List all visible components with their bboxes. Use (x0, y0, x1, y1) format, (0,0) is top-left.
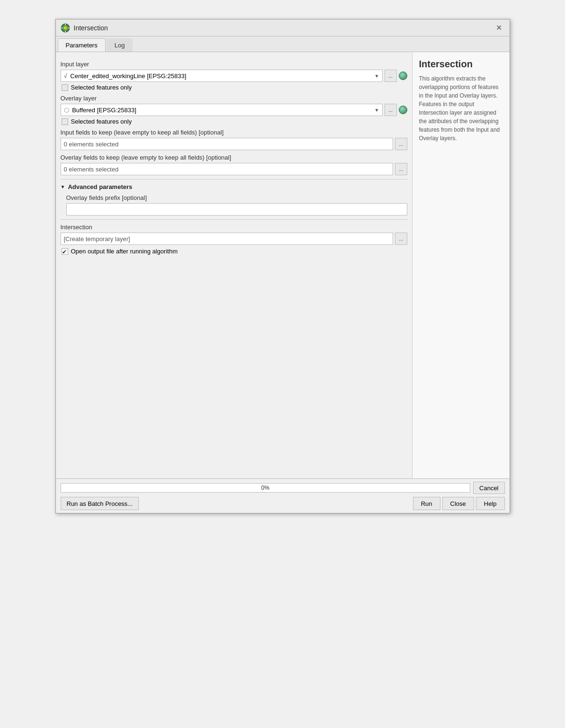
overlay-layer-value: ⬡ Buffered [EPSG:25833] (64, 107, 136, 114)
overlay-fields-value[interactable]: 0 elements selected (61, 163, 393, 175)
overlay-layer-browse-button[interactable]: ... (385, 104, 397, 116)
advanced-parameters-content: Overlay fields prefix [optional] (61, 194, 407, 216)
side-panel-description: This algorithm extracts the overlapping … (419, 74, 503, 143)
overlay-layer-selected-row: Selected features only (62, 118, 407, 125)
overlay-fields-label: Overlay fields to keep (leave empty to k… (61, 154, 407, 161)
overlay-prefix-input[interactable] (66, 203, 407, 216)
advanced-parameters-label: Advanced parameters (68, 183, 132, 190)
progress-row: 0% Cancel (61, 482, 505, 494)
advanced-parameters-header[interactable]: ▼ Advanced parameters (61, 183, 407, 190)
input-layer-browse-button[interactable]: ... (385, 70, 397, 82)
polygon-layer-icon: ⬡ (64, 107, 69, 114)
main-window: Intersection ✕ Parameters Log Input laye… (55, 19, 510, 513)
help-button[interactable]: Help (476, 497, 505, 510)
title-bar-left: Intersection (61, 23, 108, 33)
side-panel-title: Intersection (419, 59, 503, 70)
input-layer-label: Input layer (61, 61, 407, 68)
open-output-checkbox[interactable]: ✔ (62, 248, 68, 255)
action-row: Run as Batch Process... Run Close Help (61, 497, 505, 510)
input-layer-row: √ Center_edited_workingLine [EPSG:25833]… (61, 70, 407, 82)
close-button[interactable]: ✕ (493, 23, 505, 33)
progress-label: 0% (61, 484, 470, 492)
overlay-prefix-label: Overlay fields prefix [optional] (66, 194, 407, 201)
input-layer-arrow-icon: ▼ (375, 73, 379, 79)
divider-2 (61, 219, 407, 220)
overlay-layer-row: ⬡ Buffered [EPSG:25833] ▼ ... (61, 104, 407, 116)
tab-log[interactable]: Log (107, 38, 133, 52)
cancel-button[interactable]: Cancel (473, 482, 504, 494)
footer: 0% Cancel Run as Batch Process... Run Cl… (56, 478, 510, 513)
main-panel: Input layer √ Center_edited_workingLine … (56, 52, 413, 478)
input-fields-label: Input fields to keep (leave empty to kee… (61, 129, 407, 136)
content-area: Input layer √ Center_edited_workingLine … (56, 52, 510, 478)
qgis-logo-icon (61, 23, 70, 33)
open-output-label: Open output file after running algorithm (71, 248, 178, 255)
svg-point-2 (64, 27, 67, 29)
overlay-layer-label: Overlay layer (61, 95, 407, 102)
side-panel: Intersection This algorithm extracts the… (413, 52, 510, 478)
overlay-layer-selected-checkbox[interactable] (62, 118, 68, 125)
advanced-collapse-icon: ▼ (61, 184, 65, 189)
run-button[interactable]: Run (413, 497, 440, 510)
overlay-fields-row: 0 elements selected ... (61, 163, 407, 175)
overlay-layer-arrow-icon: ▼ (375, 108, 379, 113)
input-layer-crs-indicator (399, 72, 407, 80)
progress-bar-container: 0% (61, 483, 471, 493)
tab-parameters[interactable]: Parameters (58, 38, 106, 52)
batch-process-button[interactable]: Run as Batch Process... (61, 497, 139, 510)
open-output-checkmark: ✔ (62, 249, 68, 255)
tab-bar: Parameters Log (56, 36, 510, 52)
title-bar: Intersection ✕ (56, 19, 510, 36)
overlay-layer-crs-indicator (399, 106, 407, 114)
input-layer-selected-checkbox[interactable] (62, 84, 68, 91)
input-fields-browse-button[interactable]: ... (395, 138, 407, 150)
window-title: Intersection (74, 24, 108, 32)
input-layer-dropdown[interactable]: √ Center_edited_workingLine [EPSG:25833]… (61, 70, 383, 82)
input-layer-value: √ Center_edited_workingLine [EPSG:25833] (64, 72, 187, 80)
input-layer-selected-label: Selected features only (71, 84, 132, 91)
output-field[interactable]: [Create temporary layer] (61, 233, 393, 245)
close-dialog-button[interactable]: Close (442, 497, 474, 510)
line-layer-icon: √ (64, 72, 67, 80)
output-row: [Create temporary layer] ... (61, 233, 407, 245)
action-buttons: Run Close Help (413, 497, 505, 510)
input-layer-selected-row: Selected features only (62, 84, 407, 91)
input-fields-row: 0 elements selected ... (61, 138, 407, 150)
overlay-layer-dropdown[interactable]: ⬡ Buffered [EPSG:25833] ▼ (61, 104, 383, 116)
open-output-row: ✔ Open output file after running algorit… (62, 248, 407, 255)
input-fields-value[interactable]: 0 elements selected (61, 138, 393, 150)
divider-1 (61, 179, 407, 180)
output-section-label: Intersection (61, 224, 407, 231)
overlay-fields-browse-button[interactable]: ... (395, 163, 407, 175)
overlay-layer-selected-label: Selected features only (71, 118, 132, 125)
output-browse-button[interactable]: ... (395, 233, 407, 245)
